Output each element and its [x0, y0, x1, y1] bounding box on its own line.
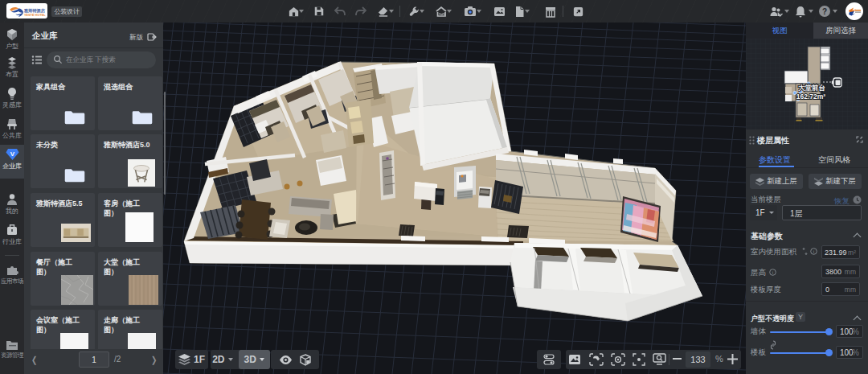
- svg-text:i: i: [813, 249, 814, 254]
- svg-text:i: i: [772, 270, 773, 275]
- svg-text:大堂前台: 大堂前台: [798, 84, 825, 92]
- svg-text:雅斯特酒店: 雅斯特酒店: [23, 8, 46, 14]
- svg-text:YESTE·HOTEL: YESTE·HOTEL: [24, 14, 46, 17]
- svg-text:?: ?: [822, 7, 827, 16]
- svg-text:162.72m²: 162.72m²: [796, 92, 826, 101]
- svg-text:V: V: [10, 150, 14, 158]
